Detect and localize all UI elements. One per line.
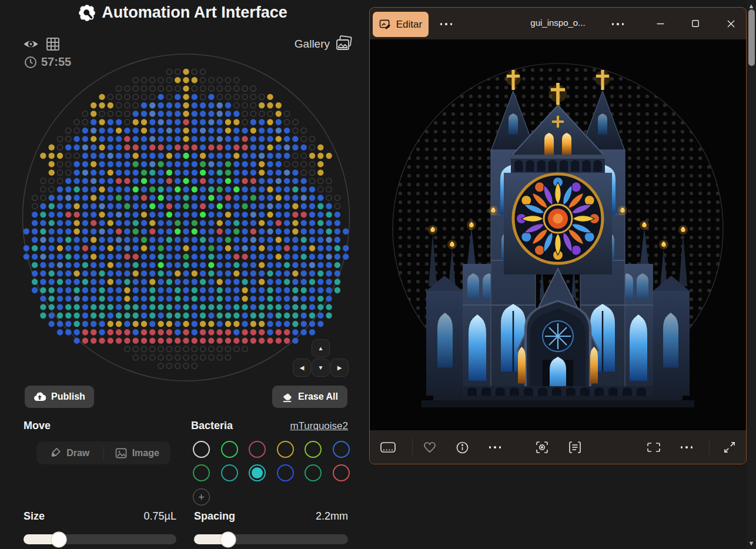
bacteria-section-label: Bacteria [191,420,233,432]
automation-art-app: Automation Art Interface Gallery [0,0,366,549]
heart-icon [423,441,436,453]
more-menu-right[interactable] [606,15,630,33]
bacteria-swatch[interactable] [277,464,294,481]
image-tab[interactable]: Image [104,441,171,464]
info-icon [456,441,469,454]
size-row: Size 0.75µL [24,509,176,523]
bacteria-swatch[interactable] [333,441,350,458]
bacteria-swatch[interactable] [221,441,238,458]
screen: Automation Art Interface Gallery [0,0,756,549]
close-icon [727,20,735,28]
bacteria-selected-link[interactable]: mTurquoise2 [290,420,348,432]
photo-viewer-window: Editar gui_inspo_o... [369,7,747,464]
bacteria-swatch[interactable] [249,441,266,458]
window-titlebar[interactable]: Editar gui_inspo_o... [370,8,746,39]
draw-tab[interactable]: Draw [36,441,103,464]
divider [709,438,710,455]
size-slider[interactable] [24,534,176,544]
eraser-icon [282,391,293,403]
erase-all-button[interactable]: Erase All [272,386,347,408]
photo-display-area[interactable] [370,39,746,430]
bacteria-swatch[interactable] [221,464,238,481]
publish-button[interactable]: Publish [25,386,94,408]
divider [412,438,413,455]
minimize-icon [657,20,664,28]
spacing-label: Spacing [194,510,235,523]
spacing-slider-thumb[interactable] [220,531,236,547]
maximize-button[interactable] [685,14,706,33]
cloud-upload-icon [34,392,46,401]
fit-window-button[interactable] [645,438,663,456]
fit-window-icon [647,441,661,453]
bacteria-swatch[interactable] [333,464,350,481]
move-down-button[interactable]: ▼ [312,359,330,377]
text-extract-icon [568,441,581,454]
image-label: Image [132,448,159,458]
filmstrip-icon [380,441,396,453]
scroll-up-arrow[interactable]: ▲ [748,2,755,9]
bacteria-swatch[interactable] [193,441,210,458]
page-scrollbar[interactable]: ▲ ▼ [747,0,756,549]
visual-search-button[interactable] [533,438,551,456]
fullscreen-expand-icon [724,441,735,453]
size-value: 0.75µL [144,510,176,523]
scroll-down-arrow[interactable]: ▼ [748,540,755,547]
edit-button[interactable]: Editar [373,12,429,37]
favorite-button[interactable] [421,438,439,456]
filmstrip-button[interactable] [379,438,397,456]
swatch-fill [252,467,263,478]
move-section-label: Move [24,420,51,432]
draw-image-toggle: Draw Image [36,441,170,464]
move-up-button[interactable]: ▲ [312,339,330,357]
add-bacteria-button[interactable]: + [193,488,210,506]
publish-label: Publish [51,391,85,402]
image-icon [115,448,127,458]
spacing-value: 2.2mm [316,510,348,523]
bacteria-swatch[interactable] [305,441,322,458]
move-right-button[interactable]: ▶ [330,359,349,377]
maximize-icon [692,20,699,27]
visual-search-icon [536,441,548,454]
bacteria-swatch[interactable] [277,441,294,458]
more-menu-left[interactable] [434,15,458,33]
photo-cathedral-artwork [370,39,746,430]
dot-canvas[interactable] [0,0,366,388]
bacteria-swatch[interactable] [193,464,210,481]
brush-icon [50,447,61,458]
draw-label: Draw [66,448,89,458]
edit-label: Editar [396,19,422,31]
close-button[interactable] [720,14,741,33]
bacteria-swatch-selected[interactable] [249,464,266,481]
fullscreen-button[interactable] [721,438,738,456]
bacteria-swatch-grid [193,441,361,481]
move-left-button[interactable]: ◀ [293,359,311,377]
size-slider-thumb[interactable] [51,531,66,547]
scrollbar-thumb[interactable] [748,9,755,66]
ellipsis-icon [681,438,693,456]
more-options-button[interactable] [486,438,504,456]
text-extract-button[interactable] [566,438,584,456]
spacing-slider[interactable] [194,534,348,544]
ellipsis-icon [489,438,501,456]
edit-image-icon [379,19,392,30]
viewer-toolbar [370,430,746,464]
info-button[interactable] [453,438,471,456]
bacteria-swatch[interactable] [305,464,322,481]
spacing-row: Spacing 2.2mm [194,509,348,523]
more-zoom-options-button[interactable] [678,438,695,456]
erase-all-label: Erase All [298,391,338,402]
size-label: Size [24,510,45,523]
plus-icon: + [198,491,205,503]
minimize-button[interactable] [650,14,671,33]
